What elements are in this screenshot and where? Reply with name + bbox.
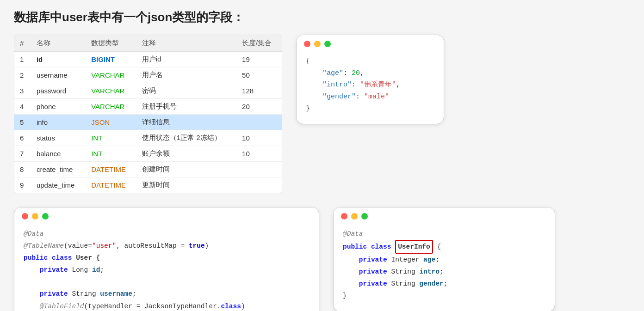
keyword-private-4: private	[359, 256, 387, 263]
col-header-name: 名称	[31, 35, 86, 52]
code-body-userinfo: @Data public class UserInfo { private In…	[334, 223, 555, 311]
json-preview-window: { "age": 20, "intro": "佛系青年", "gender": …	[296, 35, 444, 124]
dot-red	[304, 41, 310, 47]
code-window-user: @Data @TableName(value="user", autoResul…	[14, 207, 319, 311]
code-window-userinfo-titlebar	[334, 207, 555, 223]
table-row: 8create_timeDATETIME创建时间	[14, 162, 282, 177]
cell-type: VARCHAR	[86, 99, 136, 115]
cell-name: password	[31, 83, 86, 99]
cell-num: 7	[14, 146, 31, 162]
cell-length	[236, 177, 282, 193]
dot-green	[324, 41, 331, 47]
table-row: 6statusINT使用状态（1正常 2冻结）10	[14, 130, 282, 146]
class-name-user: User {	[76, 254, 100, 262]
cell-name: username	[31, 67, 86, 83]
code-window-userinfo: @Data public class UserInfo { private In…	[333, 207, 555, 311]
dot-green-3	[361, 213, 368, 220]
annotation-data-2: @Data	[343, 230, 363, 238]
code-window-user-titlebar	[14, 207, 319, 223]
cell-type: JSON	[86, 115, 136, 130]
cell-comment: 更新时间	[136, 177, 236, 193]
cell-type: DATETIME	[86, 177, 136, 193]
cell-length: 20	[236, 99, 282, 115]
cell-type: DATETIME	[86, 162, 136, 177]
cell-name: id	[31, 52, 86, 67]
dot-red-2	[22, 213, 28, 220]
col-header-comment: 注释	[136, 35, 236, 52]
cell-num: 3	[14, 83, 31, 99]
cell-type: VARCHAR	[86, 67, 136, 83]
cell-type: BIGINT	[86, 52, 136, 67]
cell-length: 19	[236, 52, 282, 67]
cell-num: 6	[14, 130, 31, 146]
keyword-private-1: private	[40, 266, 68, 274]
table-row: 9update_timeDATETIME更新时间	[14, 177, 282, 193]
dot-green-2	[42, 213, 49, 220]
db-table: # 名称 数据类型 注释 长度/集合 1idBIGINT用户id192usern…	[14, 35, 282, 193]
table-row: 4phoneVARCHAR注册手机号20	[14, 99, 282, 115]
cell-comment: 详细信息	[136, 115, 236, 130]
userinfo-class-box: UserInfo	[395, 240, 433, 254]
annotation-data: @Data	[24, 230, 44, 238]
cell-length	[236, 115, 282, 130]
keyword-public-2: public class	[343, 243, 391, 250]
cell-name: update_time	[31, 177, 86, 193]
table-row: 3passwordVARCHAR密码128	[14, 83, 282, 99]
cell-name: info	[31, 115, 86, 130]
page-container: 数据库中user表中有一个json类型的字段： # 名称 数据类型 注释 长度/…	[14, 9, 630, 311]
annotation-tablename: @TableName	[24, 242, 64, 250]
cell-comment: 密码	[136, 83, 236, 99]
code-body-user: @Data @TableName(value="user", autoResul…	[14, 223, 319, 311]
cell-comment: 创建时间	[136, 162, 236, 177]
cell-num: 8	[14, 162, 31, 177]
dot-yellow-3	[351, 213, 358, 220]
keyword-private-6: private	[359, 280, 387, 287]
cell-num: 9	[14, 177, 31, 193]
dot-yellow	[314, 41, 321, 47]
cell-num: 4	[14, 99, 31, 115]
cell-comment: 使用状态（1正常 2冻结）	[136, 130, 236, 146]
cell-type: VARCHAR	[86, 83, 136, 99]
table-row: 5infoJSON详细信息	[14, 115, 282, 130]
cell-name: create_time	[31, 162, 86, 177]
cell-num: 2	[14, 67, 31, 83]
col-header-length: 长度/集合	[236, 35, 282, 52]
keyword-private-2: private	[40, 290, 68, 298]
cell-length: 10	[236, 146, 282, 162]
annotation-tablefield: @TableField	[40, 303, 84, 310]
cell-length: 50	[236, 67, 282, 83]
col-header-type: 数据类型	[86, 35, 136, 52]
cell-comment: 注册手机号	[136, 99, 236, 115]
cell-length: 10	[236, 130, 282, 146]
json-content: { "age": 20, "intro": "佛系青年", "gender": …	[297, 51, 444, 124]
cell-type: INT	[86, 146, 136, 162]
cell-comment: 用户id	[136, 52, 236, 67]
cell-comment: 用户名	[136, 67, 236, 83]
table-row: 1idBIGINT用户id19	[14, 52, 282, 67]
cell-comment: 账户余额	[136, 146, 236, 162]
dot-yellow-2	[32, 213, 38, 220]
dot-red-3	[341, 213, 347, 220]
window-titlebar	[297, 35, 444, 51]
col-header-num: #	[14, 35, 31, 52]
cell-num: 5	[14, 115, 31, 130]
page-title: 数据库中user表中有一个json类型的字段：	[14, 9, 630, 25]
cell-length	[236, 162, 282, 177]
table-row: 7balanceINT账户余额10	[14, 146, 282, 162]
cell-type: INT	[86, 130, 136, 146]
table-row: 2usernameVARCHAR用户名50	[14, 67, 282, 83]
keyword-private-5: private	[359, 268, 387, 275]
cell-name: phone	[31, 99, 86, 115]
bottom-section: @Data @TableName(value="user", autoResul…	[14, 207, 630, 311]
keyword-public-1: public class	[24, 254, 72, 262]
cell-name: status	[31, 130, 86, 146]
cell-length: 128	[236, 83, 282, 99]
cell-name: balance	[31, 146, 86, 162]
cell-num: 1	[14, 52, 31, 67]
